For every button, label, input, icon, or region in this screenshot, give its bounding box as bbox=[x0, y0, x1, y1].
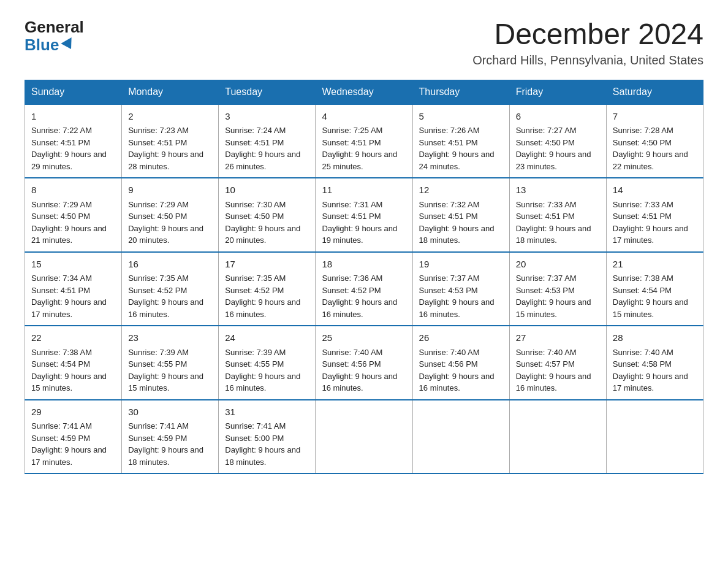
daylight-text: Daylight: 9 hours and 17 minutes. bbox=[613, 224, 688, 245]
daylight-text: Daylight: 9 hours and 22 minutes. bbox=[613, 150, 688, 171]
day-number: 31 bbox=[225, 405, 309, 419]
day-number: 29 bbox=[31, 405, 115, 419]
weekday-header-thursday: Thursday bbox=[412, 80, 509, 104]
day-number: 19 bbox=[419, 258, 503, 272]
sunset-text: Sunset: 4:55 PM bbox=[225, 359, 284, 369]
sunset-text: Sunset: 4:51 PM bbox=[128, 138, 187, 147]
sunset-text: Sunset: 4:51 PM bbox=[322, 212, 381, 221]
calendar-cell: 31 Sunrise: 7:41 AM Sunset: 5:00 PM Dayl… bbox=[219, 400, 316, 474]
calendar-week-1: 1 Sunrise: 7:22 AM Sunset: 4:51 PM Dayli… bbox=[25, 104, 703, 178]
daylight-text: Daylight: 9 hours and 16 minutes. bbox=[128, 297, 203, 319]
sunrise-text: Sunrise: 7:41 AM bbox=[128, 421, 189, 431]
day-number: 25 bbox=[322, 331, 406, 345]
logo-arrow-icon bbox=[61, 37, 77, 52]
sunset-text: Sunset: 4:58 PM bbox=[613, 359, 672, 369]
sunrise-text: Sunrise: 7:36 AM bbox=[322, 274, 382, 283]
location-title: Orchard Hills, Pennsylvania, United Stat… bbox=[472, 53, 703, 67]
day-number: 1 bbox=[31, 110, 115, 124]
day-number: 22 bbox=[31, 331, 115, 345]
weekday-header-tuesday: Tuesday bbox=[219, 80, 316, 104]
sunrise-text: Sunrise: 7:38 AM bbox=[31, 348, 92, 357]
day-number: 10 bbox=[225, 183, 309, 197]
sunrise-text: Sunrise: 7:26 AM bbox=[419, 126, 480, 135]
daylight-text: Daylight: 9 hours and 29 minutes. bbox=[31, 150, 107, 171]
day-number: 21 bbox=[613, 258, 697, 272]
sunset-text: Sunset: 5:00 PM bbox=[225, 434, 284, 443]
weekday-header-saturday: Saturday bbox=[606, 80, 703, 104]
day-number: 12 bbox=[419, 183, 503, 197]
calendar-cell: 2 Sunrise: 7:23 AM Sunset: 4:51 PM Dayli… bbox=[122, 104, 219, 178]
daylight-text: Daylight: 9 hours and 18 minutes. bbox=[128, 445, 203, 467]
sunrise-text: Sunrise: 7:23 AM bbox=[128, 126, 189, 135]
calendar-cell bbox=[509, 400, 606, 474]
daylight-text: Daylight: 9 hours and 16 minutes. bbox=[225, 372, 300, 393]
calendar-cell: 30 Sunrise: 7:41 AM Sunset: 4:59 PM Dayl… bbox=[122, 400, 219, 474]
sunrise-text: Sunrise: 7:39 AM bbox=[225, 348, 286, 357]
day-number: 16 bbox=[128, 258, 212, 272]
sunset-text: Sunset: 4:59 PM bbox=[31, 434, 90, 443]
calendar-cell: 13 Sunrise: 7:33 AM Sunset: 4:51 PM Dayl… bbox=[509, 178, 606, 252]
daylight-text: Daylight: 9 hours and 24 minutes. bbox=[419, 150, 495, 171]
daylight-text: Daylight: 9 hours and 26 minutes. bbox=[225, 150, 300, 171]
daylight-text: Daylight: 9 hours and 18 minutes. bbox=[419, 224, 495, 245]
sunset-text: Sunset: 4:51 PM bbox=[613, 212, 672, 221]
calendar-cell: 27 Sunrise: 7:40 AM Sunset: 4:57 PM Dayl… bbox=[509, 326, 606, 400]
daylight-text: Daylight: 9 hours and 15 minutes. bbox=[128, 372, 203, 393]
sunset-text: Sunset: 4:53 PM bbox=[419, 286, 478, 295]
sunrise-text: Sunrise: 7:24 AM bbox=[225, 126, 286, 135]
title-area: December 2024 Orchard Hills, Pennsylvani… bbox=[472, 18, 703, 67]
sunset-text: Sunset: 4:51 PM bbox=[419, 138, 478, 147]
sunset-text: Sunset: 4:56 PM bbox=[419, 359, 478, 369]
sunset-text: Sunset: 4:51 PM bbox=[419, 212, 478, 221]
calendar-cell bbox=[412, 400, 509, 474]
sunset-text: Sunset: 4:51 PM bbox=[31, 138, 90, 147]
sunset-text: Sunset: 4:50 PM bbox=[128, 212, 187, 221]
calendar-cell: 26 Sunrise: 7:40 AM Sunset: 4:56 PM Dayl… bbox=[412, 326, 509, 400]
sunrise-text: Sunrise: 7:29 AM bbox=[31, 200, 92, 209]
page-header: General Blue December 2024 Orchard Hills… bbox=[25, 18, 703, 67]
sunrise-text: Sunrise: 7:41 AM bbox=[225, 421, 286, 431]
calendar-cell: 8 Sunrise: 7:29 AM Sunset: 4:50 PM Dayli… bbox=[25, 178, 122, 252]
sunset-text: Sunset: 4:50 PM bbox=[225, 212, 284, 221]
day-number: 14 bbox=[613, 183, 697, 197]
day-number: 4 bbox=[322, 110, 406, 124]
sunset-text: Sunset: 4:51 PM bbox=[31, 286, 90, 295]
sunset-text: Sunset: 4:52 PM bbox=[225, 286, 284, 295]
daylight-text: Daylight: 9 hours and 16 minutes. bbox=[322, 297, 397, 319]
sunset-text: Sunset: 4:50 PM bbox=[516, 138, 575, 147]
calendar-cell: 20 Sunrise: 7:37 AM Sunset: 4:53 PM Dayl… bbox=[509, 252, 606, 326]
weekday-header-monday: Monday bbox=[122, 80, 219, 104]
calendar-cell: 11 Sunrise: 7:31 AM Sunset: 4:51 PM Dayl… bbox=[316, 178, 412, 252]
day-number: 6 bbox=[516, 110, 600, 124]
day-number: 30 bbox=[128, 405, 212, 419]
calendar-week-5: 29 Sunrise: 7:41 AM Sunset: 4:59 PM Dayl… bbox=[25, 400, 703, 474]
daylight-text: Daylight: 9 hours and 20 minutes. bbox=[128, 224, 203, 245]
day-number: 5 bbox=[419, 110, 503, 124]
sunrise-text: Sunrise: 7:41 AM bbox=[31, 421, 92, 431]
sunset-text: Sunset: 4:51 PM bbox=[322, 138, 381, 147]
daylight-text: Daylight: 9 hours and 15 minutes. bbox=[31, 372, 107, 393]
sunset-text: Sunset: 4:56 PM bbox=[322, 359, 381, 369]
sunrise-text: Sunrise: 7:33 AM bbox=[516, 200, 577, 209]
calendar-cell: 15 Sunrise: 7:34 AM Sunset: 4:51 PM Dayl… bbox=[25, 252, 122, 326]
calendar-week-4: 22 Sunrise: 7:38 AM Sunset: 4:54 PM Dayl… bbox=[25, 326, 703, 400]
day-number: 26 bbox=[419, 331, 503, 345]
day-number: 23 bbox=[128, 331, 212, 345]
calendar-cell: 7 Sunrise: 7:28 AM Sunset: 4:50 PM Dayli… bbox=[606, 104, 703, 178]
calendar-cell: 14 Sunrise: 7:33 AM Sunset: 4:51 PM Dayl… bbox=[606, 178, 703, 252]
month-title: December 2024 bbox=[472, 18, 703, 51]
weekday-header-friday: Friday bbox=[509, 80, 606, 104]
calendar-cell: 9 Sunrise: 7:29 AM Sunset: 4:50 PM Dayli… bbox=[122, 178, 219, 252]
calendar-cell: 25 Sunrise: 7:40 AM Sunset: 4:56 PM Dayl… bbox=[316, 326, 412, 400]
day-number: 17 bbox=[225, 258, 309, 272]
sunrise-text: Sunrise: 7:28 AM bbox=[613, 126, 673, 135]
sunrise-text: Sunrise: 7:38 AM bbox=[613, 274, 673, 283]
sunset-text: Sunset: 4:50 PM bbox=[31, 212, 90, 221]
daylight-text: Daylight: 9 hours and 16 minutes. bbox=[225, 297, 300, 319]
calendar-table: SundayMondayTuesdayWednesdayThursdayFrid… bbox=[25, 80, 703, 475]
day-number: 15 bbox=[31, 258, 115, 272]
sunset-text: Sunset: 4:55 PM bbox=[128, 359, 187, 369]
sunrise-text: Sunrise: 7:33 AM bbox=[613, 200, 673, 209]
daylight-text: Daylight: 9 hours and 23 minutes. bbox=[516, 150, 591, 171]
day-number: 28 bbox=[613, 331, 697, 345]
